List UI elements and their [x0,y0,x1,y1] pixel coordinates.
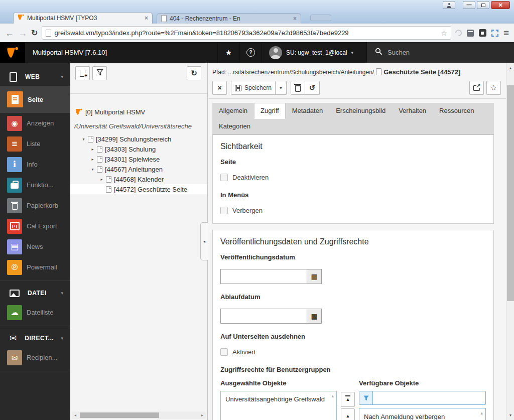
field-label: Auf Unterseiten ausdehnen [220,333,486,340]
tree-node-label: [34299] Schulungsbereich [96,135,171,143]
tab-erscheinungsbild[interactable]: Erscheinungsbild [329,103,392,118]
collapse-tree-handle[interactable]: ◂ [200,222,208,260]
scrollbar-thumb[interactable] [80,412,159,418]
collapse-toggle-icon[interactable]: ▾ [80,137,87,142]
selected-objects-listbox[interactable]: Universitätsangehörige Greifswald▴ [220,391,337,420]
new-page-button[interactable]: + [75,66,90,80]
sidebar-item-dateiliste[interactable]: ☁Dateiliste [0,302,70,323]
sidebar-item-anzeigen[interactable]: ◉Anzeigen [0,113,70,133]
tab-zugriff[interactable]: Zugriff [254,103,286,119]
scroll-up-icon[interactable]: ▴ [331,393,334,398]
back-icon[interactable]: ← [5,29,14,38]
start-date-input[interactable] [220,269,307,284]
available-filter-input[interactable] [373,391,485,404]
browser-tab-inactive[interactable]: 404 - Rechenzentrum - En × [157,13,301,24]
minimize-button[interactable]: — [463,1,475,9]
forward-icon[interactable]: → [18,29,27,38]
sidebar-item-liste[interactable]: ≡Liste [0,133,70,154]
tree-node[interactable]: ▾[44567] Anleitungen [70,164,207,174]
filter-input-group [359,391,486,405]
close-window-button[interactable]: ✕ [491,1,510,9]
info-icon: i [13,160,16,169]
tab-ressourcen[interactable]: Ressourcen [433,103,480,118]
save-button[interactable]: Speichern [231,81,276,95]
list-item[interactable]: Universitätsangehörige Greifswald [221,393,336,405]
menu-section-web[interactable]: WEB▾ [0,68,70,86]
move-up-button[interactable]: ▲ [341,408,355,420]
content-vertical-scrollbar[interactable]: ▲ ▼ [506,63,514,420]
sidebar-item-seite[interactable]: Seite [0,86,70,113]
user-menu[interactable]: SU: ugw_test_1@local ▾ [262,42,366,63]
close-record-button[interactable]: × [212,81,227,95]
address-bar[interactable]: greifswald.vm/typo3/index.php?route=%2Fm… [42,26,451,40]
typo3-logo[interactable] [0,42,25,63]
expand-toggle-icon[interactable]: ▸ [89,147,96,152]
tree-node[interactable]: ▸[34301] Spielwiese [70,154,207,164]
new-tab-button[interactable] [310,15,331,21]
extension-record-icon[interactable] [479,29,486,37]
expand-toggle-icon[interactable]: ▸ [89,157,96,162]
extension-capture-icon[interactable] [491,30,498,37]
tab-close-icon[interactable]: × [145,15,148,22]
tree-node[interactable]: ▾[34299] Schulungsbereich [70,134,207,144]
disable-checkbox[interactable] [220,174,228,181]
browser-menu-icon[interactable]: ≡ [503,28,509,38]
tree-node[interactable]: [44572] Geschützte Seite [70,184,207,194]
path-link[interactable]: ...rsitätsrechenzentrum/Schulungsbereich… [228,69,374,76]
tree-node[interactable]: ▸[44568] Kalender [70,174,207,184]
menu-section-direct[interactable]: ✉DIRECT...▾ [0,329,70,347]
calendar-icon[interactable]: ▦ [307,269,322,284]
save-dropdown-button[interactable]: ▾ [276,81,287,95]
tab-close-icon[interactable]: × [293,15,297,22]
bookmark-button[interactable]: ★ [217,42,239,63]
available-objects-listbox[interactable]: Nach Anmeldung verbergenAnzeigen, wenn a… [359,408,486,420]
scroll-down-icon[interactable]: ▼ [506,411,514,419]
scroll-up-icon[interactable]: ▴ [480,410,483,415]
collapse-toggle-icon[interactable]: ▾ [89,167,96,172]
sidebar-item-news[interactable]: ▤News [0,236,70,257]
restore-button[interactable] [477,1,489,9]
sidebar-item-powermail[interactable]: ℗Powermail [0,257,70,277]
sidebar-item-funktio[interactable]: Funktio... [0,175,70,195]
extension-box-icon[interactable] [467,30,474,37]
help-button[interactable]: ? [239,42,262,63]
tab-kategorien[interactable]: Kategorien [212,118,257,134]
list-item[interactable]: Nach Anmeldung verbergen [359,410,485,420]
bookmark-star-icon[interactable]: ☆ [441,29,447,37]
tab-metadaten[interactable]: Metadaten [286,103,329,118]
scroll-up-icon[interactable]: ▲ [506,64,514,72]
topbar-search[interactable]: Suchen [366,42,514,63]
tab-verhalten[interactable]: Verhalten [392,103,433,118]
menu-section-datei[interactable]: DATEI▾ [0,284,70,302]
browser-tab-active[interactable]: Multiportal HSMV [TYPO3 × [13,12,153,24]
scrollbar-thumb[interactable] [507,85,514,301]
filter-button[interactable] [92,66,107,80]
tree-root-node[interactable]: [0] Multiportal HSMV [70,107,207,117]
sidebar-item-recipien[interactable]: ✉Recipien... [0,347,70,368]
url-text[interactable]: greifswald.vm/typo3/index.php?route=%2Fm… [54,29,438,37]
tab-allgemein[interactable]: Allgemein [212,103,254,118]
loading-circle-icon[interactable] [454,28,463,37]
hide-in-menus-checkbox[interactable] [220,207,228,214]
scroll-left-icon[interactable]: ◂ [72,413,79,417]
tree-horizontal-scrollbar[interactable]: ◂ ▸ [72,411,206,419]
extend-to-subpages-checkbox[interactable] [220,348,228,356]
sidebar-item-calexport[interactable]: [+]Cal Export [0,216,70,236]
calendar-icon[interactable]: ▦ [307,309,322,324]
trash-icon [295,85,301,92]
sidebar-item-papierkorb[interactable]: Papierkorb [0,195,70,216]
refresh-button[interactable]: ↻ [187,66,201,80]
delete-button[interactable] [291,81,305,95]
move-to-top-button[interactable]: ▲ [341,392,355,407]
sidebar-item-info[interactable]: iInfo [0,154,70,175]
expand-toggle-icon[interactable]: ▸ [98,177,105,182]
end-date-input[interactable] [220,309,307,324]
scroll-right-icon[interactable]: ▸ [199,413,206,417]
tree-node-label: [44572] Geschützte Seite [114,186,187,193]
reload-icon[interactable]: ↻ [31,29,38,37]
undo-button[interactable]: ↺ [305,81,320,95]
add-bookmark-button[interactable]: ☆ [486,81,501,95]
tree-node[interactable]: ▸[34303] Schulung [70,144,207,154]
open-in-window-button[interactable]: ↗ [469,81,484,95]
browser-profile-button[interactable] [443,1,455,9]
